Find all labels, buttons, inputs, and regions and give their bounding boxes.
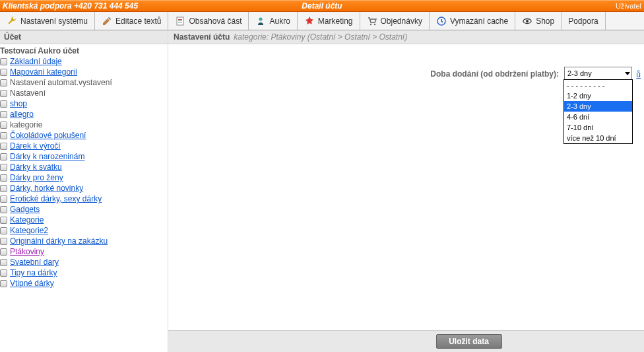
tree-link[interactable]: Dárky, horké novinky xyxy=(10,184,83,193)
tree-link[interactable]: Tipy na dárky xyxy=(10,268,57,277)
tree-toggle-icon[interactable] xyxy=(0,122,7,129)
tree-toggle-icon[interactable] xyxy=(0,90,7,97)
tree-lvl2-2: Dárky k narozeninám xyxy=(0,151,168,162)
tree-toggle-icon[interactable] xyxy=(0,111,7,118)
support-phone: Klientská podpora +420 731 444 545 xyxy=(3,1,138,11)
tree-lvl0-3: Nastavení xyxy=(0,88,168,98)
tree-root-label: Testovací Aukro účet xyxy=(0,46,79,55)
tree-label: kategorie xyxy=(10,120,42,129)
tree-toggle-icon[interactable] xyxy=(0,153,7,160)
tree-link[interactable]: shop xyxy=(10,99,27,108)
tree-toggle-icon[interactable] xyxy=(0,217,7,224)
menu-item-2[interactable]: Obsahová část xyxy=(168,12,249,30)
menu-item-6[interactable]: Vymazání cache xyxy=(430,12,515,30)
tree-lvl2-11: Ptákoviny xyxy=(0,246,168,257)
menu-item-3[interactable]: Aukro xyxy=(249,12,297,30)
menu-label: Marketing xyxy=(318,17,353,26)
cart-icon xyxy=(367,16,377,26)
tree-toggle-icon[interactable] xyxy=(0,248,7,256)
user-label: Uživatel xyxy=(616,2,641,10)
delivery-option[interactable]: - - - - - - - - - xyxy=(564,80,632,90)
sidebar: Účet Testovací Aukro účetZákladní údajeM… xyxy=(0,30,168,352)
tree-toggle-icon[interactable] xyxy=(0,79,7,87)
tree-toggle-icon[interactable] xyxy=(0,185,7,192)
tree-toggle-icon[interactable] xyxy=(0,58,7,65)
tree-toggle-icon[interactable] xyxy=(0,195,7,203)
tree-link[interactable]: Kategorie2 xyxy=(10,226,48,235)
menu-item-1[interactable]: Editace textů xyxy=(95,12,168,30)
delivery-dropdown: - - - - - - - - -1-2 dny2-3 dny4-6 dní7-… xyxy=(564,79,633,144)
sidebar-header: Účet xyxy=(0,30,168,44)
tree-link[interactable]: Mapování kategorií xyxy=(10,67,77,77)
tree-toggle-icon[interactable] xyxy=(0,259,7,266)
menu-label: Aukro xyxy=(269,17,290,26)
tree-toggle-icon[interactable] xyxy=(0,174,7,182)
page-title: Detail účtu xyxy=(302,1,342,11)
delivery-option[interactable]: 7-10 dní xyxy=(564,122,632,133)
page-icon xyxy=(175,16,185,26)
delivery-select[interactable]: 2-3 dny xyxy=(564,67,632,80)
menu-item-0[interactable]: Nastavení systému xyxy=(0,12,95,30)
save-button[interactable]: Uložit data xyxy=(436,334,502,349)
tree-link[interactable]: allegro xyxy=(10,110,34,119)
tree-lvl2-0: Čokoládové pokušení xyxy=(0,130,168,141)
tree-lvl2-9: Kategorie2 xyxy=(0,225,168,236)
menu-item-8[interactable]: Podpora xyxy=(562,12,605,30)
tree-lvl2-1: Dárek k výročí xyxy=(0,141,168,151)
main-content: Nastavení účtu kategorie: Ptákoviny (Ost… xyxy=(168,30,644,352)
topbar: Klientská podpora +420 731 444 545 Detai… xyxy=(0,0,644,12)
tree-link[interactable]: Kategorie xyxy=(10,215,44,225)
content-title: Nastavení účtu xyxy=(174,32,230,42)
tree-toggle-icon[interactable] xyxy=(0,100,7,108)
footer-bar: Uložit data xyxy=(168,330,644,352)
tree-link[interactable]: Čokoládové pokušení xyxy=(10,131,86,140)
tree-link[interactable]: Dárky k narozeninám xyxy=(10,152,84,161)
tree-link[interactable]: Dárky pro ženy xyxy=(10,173,63,182)
svg-rect-1 xyxy=(178,19,182,20)
svg-rect-3 xyxy=(178,22,182,22)
partial-link[interactable]: ů xyxy=(636,70,641,79)
tree-lvl2-8: Kategorie xyxy=(0,215,168,225)
tree-link[interactable]: Svatební dary xyxy=(10,258,59,267)
tree-link[interactable]: Erotické dárky, sexy dárky xyxy=(10,194,102,203)
tree-label: Nastavení automat.vystavení xyxy=(10,78,112,87)
menu-label: Objednávky xyxy=(381,17,422,26)
tree-link[interactable]: Dárky k svátku xyxy=(10,162,62,172)
tree-lvl2-13: Tipy na dárky xyxy=(0,267,168,278)
content-header: Nastavení účtu kategorie: Ptákoviny (Ost… xyxy=(168,30,644,44)
menu-label: Vymazání cache xyxy=(450,17,508,26)
menu-label: Editace textů xyxy=(115,17,161,26)
tree-lvl2-5: Dárky, horké novinky xyxy=(0,183,168,194)
menu-item-5[interactable]: Objednávky xyxy=(360,12,430,30)
menu-item-4[interactable]: Marketing xyxy=(298,12,360,30)
tree-toggle-icon[interactable] xyxy=(0,269,7,277)
delivery-option[interactable]: 4-6 dní xyxy=(564,112,632,122)
tree-link[interactable]: Gadgets xyxy=(10,205,40,214)
tree-toggle-icon[interactable] xyxy=(0,238,7,245)
delivery-select-value: 2-3 dny xyxy=(567,69,592,77)
delivery-option[interactable]: 2-3 dny xyxy=(564,101,632,112)
tree-toggle-icon[interactable] xyxy=(0,227,7,234)
main-menu: Nastavení systémuEditace textůObsahová č… xyxy=(0,12,644,30)
delivery-option[interactable]: 1-2 dny xyxy=(564,90,632,101)
tree-link[interactable]: Základní údaje xyxy=(10,57,62,66)
breadcrumb: kategorie: Ptákoviny (Ostatní > Ostatní … xyxy=(234,32,407,42)
tree-link[interactable]: Vtipné dárky xyxy=(10,279,54,288)
tree-link[interactable]: Ptákoviny xyxy=(10,247,44,256)
delivery-option[interactable]: více než 10 dní xyxy=(564,133,632,143)
delivery-label: Doba dodání (od obdržení platby): xyxy=(430,67,559,79)
tree-toggle-icon[interactable] xyxy=(0,132,7,139)
menu-item-7[interactable]: Shop xyxy=(515,12,562,30)
svg-point-6 xyxy=(373,23,375,24)
tree-link[interactable]: Dárek k výročí xyxy=(10,141,61,151)
tree-link[interactable]: Originální dárky na zakázku xyxy=(10,236,108,246)
tree-lvl0-2: Nastavení automat.vystavení xyxy=(0,77,168,88)
clock-icon xyxy=(436,16,447,26)
tree-toggle-icon[interactable] xyxy=(0,206,7,213)
tree-toggle-icon[interactable] xyxy=(0,143,7,150)
tree-root: Testovací Aukro účet xyxy=(0,46,168,56)
tree-toggle-icon[interactable] xyxy=(0,164,7,171)
tree-lvl1-2: kategorie xyxy=(0,120,168,130)
tree-toggle-icon[interactable] xyxy=(0,69,7,76)
tree-toggle-icon[interactable] xyxy=(0,280,7,287)
